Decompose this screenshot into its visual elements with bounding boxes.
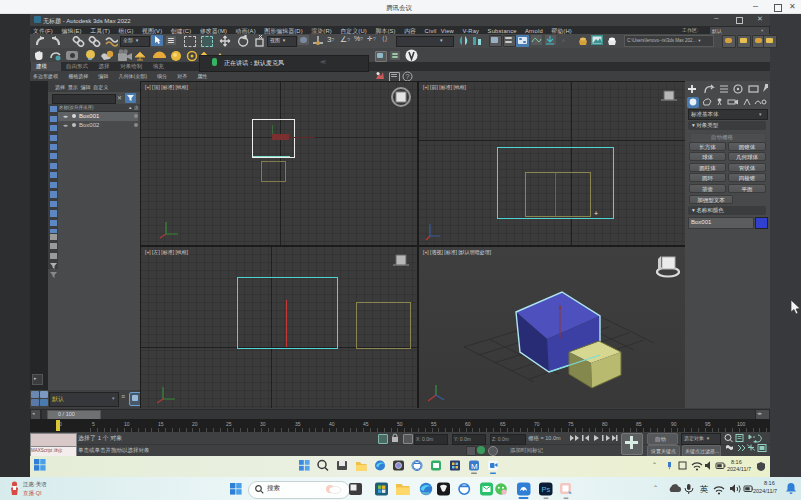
svg-text:?: ? (406, 73, 410, 80)
svg-text:M: M (471, 462, 478, 471)
svg-text:Ps: Ps (542, 485, 551, 494)
svg-text:英: 英 (699, 484, 709, 494)
